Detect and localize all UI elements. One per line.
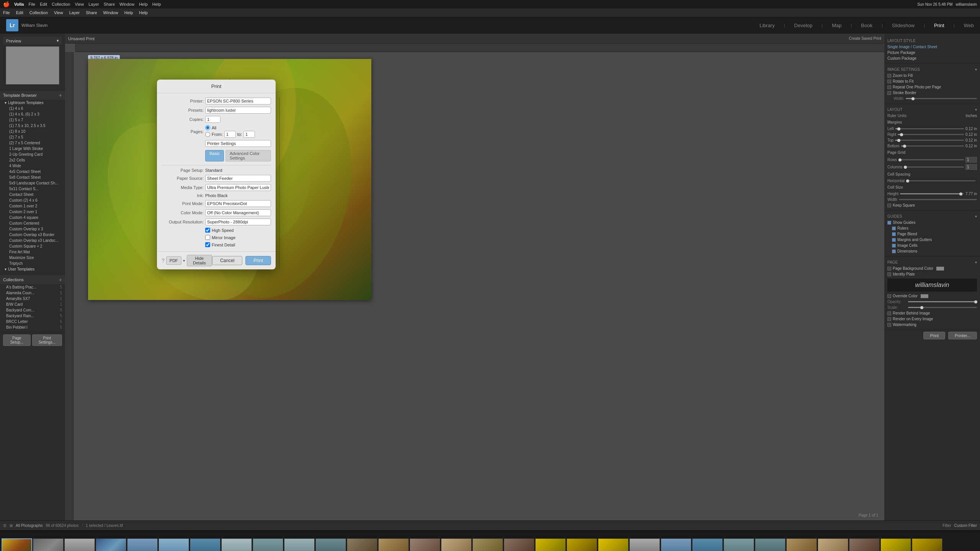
finest-detail-checkbox-label[interactable]: Finest Detail [205,242,235,247]
template-maximize-size[interactable]: Maximize Size [0,255,65,261]
render-behind-checkbox[interactable] [887,311,891,315]
override-color-swatch[interactable] [921,294,928,298]
tab-basic[interactable]: Basic [205,150,224,161]
template-custom-4-square[interactable]: Custom 4 square [0,215,65,220]
template-custom-2-4x6[interactable]: Custom (2) 4 x 6 [0,197,65,203]
stroke-border-checkbox[interactable] [887,91,891,95]
height-slider[interactable] [900,193,964,194]
tab-advanced-color[interactable]: Advanced Color Settings [225,150,271,161]
override-color-checkbox[interactable] [887,294,891,298]
template-4x6[interactable]: (1) 4 x 6 [0,106,65,111]
rows-slider[interactable] [898,159,964,160]
top-margin-slider[interactable] [895,140,964,141]
pages-range-label[interactable]: From: [205,132,223,137]
template-2up-greeting[interactable]: 2-Up Greeting Card [0,152,65,157]
page-background-color-swatch[interactable] [936,267,944,271]
pages-from-input[interactable] [224,131,236,138]
print-settings-button[interactable]: Print Settings... [32,334,62,346]
collection-4[interactable]: B/W Card 1 [0,302,65,307]
filmstrip-item-3[interactable] [64,538,95,551]
printer-action-button[interactable]: Printer... [948,332,977,339]
filmstrip-item-9[interactable] [253,538,283,551]
filmstrip-item-28[interactable] [849,538,880,551]
filmstrip-item-26[interactable] [786,538,817,551]
lr-menu-share[interactable]: Share [86,10,97,15]
template-4x6-6-2x3[interactable]: (1) 4 x 6, (6) 2 x 3 [0,111,65,117]
filmstrip-item-2[interactable] [33,538,64,551]
template-2-7x5-centered[interactable]: (2) 7 x 5 Centered [0,140,65,146]
app-name[interactable]: Volla [14,2,24,7]
show-guides-checkbox[interactable] [887,221,891,225]
template-5x11-contact[interactable]: 5x11 Contact S... [0,186,65,192]
filmstrip-item-30[interactable] [912,538,942,551]
filmstrip-item-23[interactable] [692,538,723,551]
lr-menu-layer[interactable]: Layer [69,10,80,15]
add-collection-button[interactable]: + [59,277,62,283]
print-mode-select[interactable]: EPSON PrecisionDot [205,200,271,207]
template-7x10[interactable]: (1) 7.5 x 10, 2.5 x 3.5 [0,123,65,129]
pages-all-label[interactable]: All [205,125,216,130]
menu-collection[interactable]: Collection [52,2,70,7]
lr-menu-collection[interactable]: Collection [29,10,48,15]
single-image-option[interactable]: Single Image / Contact Sheet [884,44,980,50]
filmstrip-item-24[interactable] [724,538,754,551]
color-mode-select[interactable]: Off (No Color Management) [205,209,271,216]
template-5x8-contact[interactable]: 5x8 Contact Sheet [0,174,65,180]
filmstrip-item-16[interactable] [472,538,503,551]
filmstrip-item-25[interactable] [755,538,786,551]
page-setup-button[interactable]: Page Setup... [3,334,31,346]
presets-select[interactable]: lightroom luster [205,107,271,114]
columns-slider[interactable] [904,166,964,168]
printer-select[interactable]: EPSON SC-P800 Series [205,98,271,104]
template-custom-overlap-3[interactable]: Custom Overlap x 3 [0,226,65,232]
lr-menu-help1[interactable]: Help [124,10,133,15]
grid-view-icon[interactable]: ⊞ [10,523,13,528]
collection-2[interactable]: Alameda Coun... 5 [0,290,65,296]
filmstrip-item-22[interactable] [661,538,691,551]
menu-window[interactable]: Window [119,2,134,7]
template-browser-header[interactable]: Template Browser + [0,91,65,100]
filmstrip-item-19[interactable] [567,538,597,551]
pdf-dropdown-icon[interactable]: ▾ [183,258,185,263]
filmstrip-item-18[interactable] [535,538,566,551]
template-4-wide[interactable]: 4 Wide [0,163,65,169]
filmstrip-icon[interactable]: ☰ [3,523,7,528]
repeat-one-photo-checkbox[interactable] [887,85,891,89]
collection-8[interactable]: Bin Pebblel l 5 [0,324,65,330]
collection-7[interactable]: BRCC Letter 5 [0,319,65,324]
nav-develop[interactable]: Develop [794,23,813,28]
nav-book[interactable]: Book [861,23,872,28]
user-templates-folder[interactable]: ▾ User Templates [0,266,65,272]
pages-to-input[interactable] [243,131,255,138]
scale-slider[interactable] [908,307,977,308]
output-resolution-select[interactable]: SuperPhoto - 2880dpi [205,218,271,225]
apple-menu[interactable]: 🍎 [3,1,10,7]
filmstrip-item-20[interactable] [598,538,629,551]
copies-input[interactable] [205,116,220,123]
template-4x5-contact[interactable]: 4x5 Contact Sheet [0,169,65,174]
opacity-slider[interactable] [908,301,977,302]
nav-slideshow[interactable]: Slideshow [892,23,915,28]
template-contact-sheet[interactable]: Contact Sheet [0,192,65,197]
lr-menu-window[interactable]: Window [103,10,118,15]
filmstrip-item-12[interactable] [347,538,377,551]
help-icon[interactable]: ? [162,258,165,264]
custom-package-option[interactable]: Custom Package [884,55,980,61]
width-slider[interactable] [899,199,977,200]
mirror-image-checkbox[interactable] [205,235,210,240]
filmstrip-item-4[interactable] [96,538,126,551]
filmstrip-item-10[interactable] [284,538,315,551]
template-1-large-stroke[interactable]: 1 Large With Stroke [0,146,65,152]
menu-help2[interactable]: Help [152,2,161,7]
media-type-select[interactable]: Ultra Premium Photo Paper Luster [205,184,271,191]
filmstrip-item-7[interactable] [190,538,220,551]
stroke-width-slider[interactable] [906,98,977,99]
filmstrip-item-1[interactable] [2,538,32,551]
lr-menu-view[interactable]: View [54,10,63,15]
create-saved-print-button[interactable]: Create Saved Print [849,36,882,41]
rows-input[interactable] [965,157,977,163]
filmstrip-item-6[interactable] [158,538,189,551]
template-custom-overlap-3-border[interactable]: Custom Overlap x3 Border [0,232,65,238]
collection-6[interactable]: Backyard Rain... 5 [0,313,65,319]
menu-share[interactable]: Share [104,2,115,7]
